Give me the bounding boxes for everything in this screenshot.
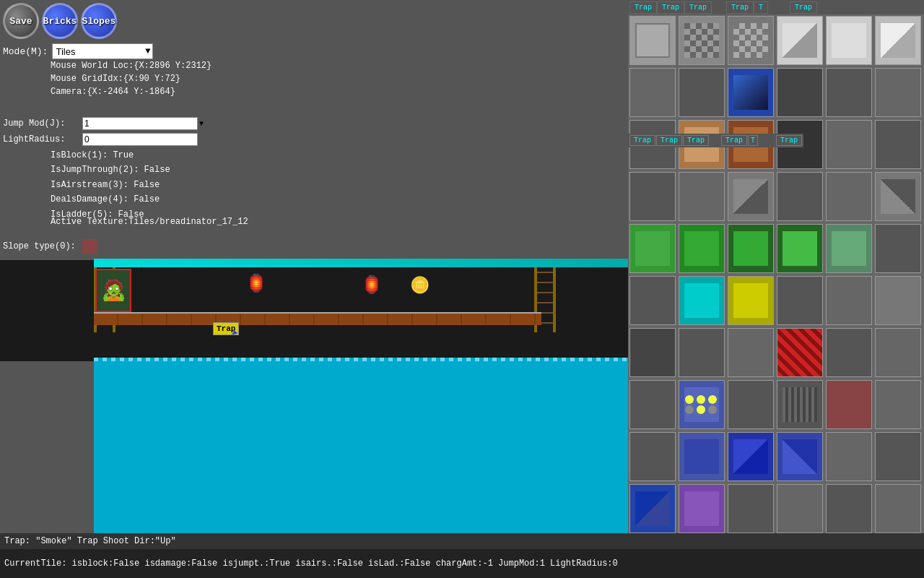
mode-input[interactable] <box>52 43 153 59</box>
enemy-2: 🏮 <box>361 275 383 296</box>
mode-label: Mode(M): <box>3 46 48 57</box>
enemy-1: 🏮 <box>245 273 267 294</box>
tile-20[interactable] <box>679 172 725 221</box>
bricks-label: Bricks <box>43 16 77 27</box>
tile-43[interactable] <box>629 380 676 429</box>
tile-24[interactable] <box>875 172 921 221</box>
tile-17[interactable] <box>826 120 872 169</box>
trap-label-4: Trap <box>726 1 754 14</box>
camera-pos: Camera:{X:-2464 Y:-1864} <box>51 85 212 98</box>
mouse-world-loc: Mouse World Loc:{X:2896 Y:2312} <box>51 59 212 72</box>
tile-3[interactable] <box>728 16 774 65</box>
bricks-button[interactable]: Bricks <box>42 3 78 39</box>
tile-45[interactable] <box>728 380 774 429</box>
slopes-button[interactable]: Slopes <box>81 3 117 39</box>
slope-row: Slope type(0): <box>3 238 97 254</box>
rtrap-6: Trap <box>776 135 802 146</box>
tile-7[interactable] <box>629 68 676 117</box>
tile-18[interactable] <box>875 120 921 169</box>
tile-41[interactable] <box>826 328 872 377</box>
tile-51[interactable] <box>728 432 774 481</box>
active-texture-label: Active Texture:Tiles/breadinator_17_12 <box>51 217 248 227</box>
tile-6[interactable] <box>875 16 921 65</box>
tile-12[interactable] <box>875 68 921 117</box>
tile-58[interactable] <box>777 484 823 533</box>
tile-1[interactable] <box>629 16 676 65</box>
rtrap-5: T <box>748 135 758 146</box>
water-decoration <box>0 361 94 549</box>
bottom-bar: CurrentTile: isblock:False isdamage:Fals… <box>0 549 924 578</box>
is-block: IsBlock(1): True <box>51 148 170 163</box>
tile-40[interactable] <box>777 328 823 377</box>
slopes-label: Slopes <box>82 16 116 27</box>
top-nav: Save Bricks Slopes <box>0 0 120 42</box>
tile-44[interactable] <box>679 380 725 429</box>
tile-23[interactable] <box>826 172 872 221</box>
deals-damage: DealsDamage(4): False <box>51 192 170 207</box>
tile-34[interactable] <box>777 276 823 325</box>
tile-48[interactable] <box>875 380 921 429</box>
tile-53[interactable] <box>826 432 872 481</box>
tile-11[interactable] <box>826 68 872 117</box>
tile-32[interactable] <box>679 276 725 325</box>
status-bar: Trap: "Smoke" Trap Shoot Dir:"Up" <box>0 533 924 549</box>
tile-25[interactable] <box>629 224 676 273</box>
tile-19[interactable] <box>629 172 676 221</box>
tile-42[interactable] <box>875 328 921 377</box>
save-button[interactable]: Save <box>3 3 39 39</box>
tile-27[interactable] <box>728 224 774 273</box>
slope-type-label: Slope type(0): <box>3 241 76 251</box>
tile-59[interactable] <box>826 484 872 533</box>
mouse-grid-idx: Mouse GridIdx:{X:90 Y:72} <box>51 72 212 85</box>
tile-55[interactable] <box>629 484 676 533</box>
tile-37[interactable] <box>629 328 676 377</box>
props-block: IsBlock(1): True IsJumpThrough(2): False… <box>51 148 170 222</box>
tile-26[interactable] <box>679 224 725 273</box>
tile-29[interactable] <box>826 224 872 273</box>
tile-36[interactable] <box>875 276 921 325</box>
trap-label-3: Trap <box>684 1 712 14</box>
tile-31[interactable] <box>629 276 676 325</box>
tile-21[interactable] <box>728 172 774 221</box>
tile-49[interactable] <box>629 432 676 481</box>
light-radius-input[interactable] <box>82 133 198 146</box>
tile-22[interactable] <box>777 172 823 221</box>
tile-38[interactable] <box>679 328 725 377</box>
tile-39[interactable] <box>728 328 774 377</box>
jump-mod-row: Jump Mod(J): ▼ <box>3 117 204 130</box>
tile-47[interactable] <box>826 380 872 429</box>
current-tile-info: CurrentTile: isblock:False isdamage:Fals… <box>4 558 618 569</box>
tile-60[interactable] <box>875 484 921 533</box>
tile-56[interactable] <box>679 484 725 533</box>
tile-10[interactable] <box>777 68 823 117</box>
tile-52[interactable] <box>777 432 823 481</box>
tile-33[interactable] <box>728 276 774 325</box>
ground-platform <box>94 312 541 325</box>
tile-4[interactable] <box>777 16 823 65</box>
params-block: Jump Mod(J): ▼ LightRadius: <box>3 117 204 149</box>
tile-28[interactable] <box>777 224 823 273</box>
tile-35[interactable] <box>826 276 872 325</box>
tile-46[interactable] <box>777 380 823 429</box>
trap-label-1: Trap <box>629 1 657 14</box>
tile-30[interactable] <box>875 224 921 273</box>
tile-54[interactable] <box>875 432 921 481</box>
right-trap-labels: Trap Trap Trap Trap T Trap <box>628 134 803 147</box>
tile-9[interactable] <box>728 68 774 117</box>
tile-8[interactable] <box>679 68 725 117</box>
mode-dropdown-arrow[interactable]: ▼ <box>145 46 150 56</box>
trap-info: Trap: "Smoke" Trap Shoot Dir:"Up" <box>4 536 176 546</box>
light-radius-label: LightRadius: <box>3 134 82 144</box>
tile-57[interactable] <box>728 484 774 533</box>
tile-2[interactable] <box>679 16 725 65</box>
jump-mod-input[interactable] <box>82 117 198 130</box>
jump-mod-arrow[interactable]: ▼ <box>199 120 204 128</box>
slope-swatch[interactable] <box>82 238 97 254</box>
info-block: Mouse World Loc:{X:2896 Y:2312} Mouse Gr… <box>51 59 212 98</box>
save-label: Save <box>9 16 32 27</box>
item-1: 🪙 <box>410 276 430 296</box>
character-icon: 🧟 <box>101 278 126 303</box>
tile-50[interactable] <box>679 432 725 481</box>
rtrap-2: Trap <box>656 135 682 146</box>
tile-5[interactable] <box>826 16 872 65</box>
